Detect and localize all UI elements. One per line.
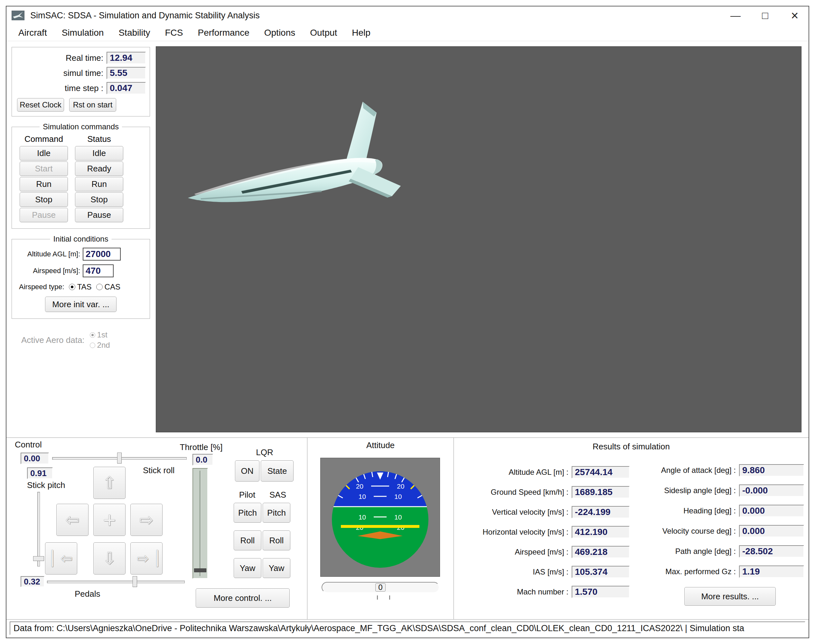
ias-value: 105.374 bbox=[572, 566, 630, 578]
heading-label: Heading [deg] : bbox=[633, 506, 739, 516]
menu-help[interactable]: Help bbox=[344, 28, 378, 38]
bottom-panel: Control 0.00 Stick roll 0.91 Stick pitch… bbox=[6, 437, 809, 619]
arrow-left-icon: ⇦ bbox=[65, 512, 80, 528]
rst-on-start-button[interactable]: Rst on start bbox=[69, 98, 116, 112]
status-stop-button[interactable]: Stop bbox=[75, 192, 123, 207]
more-results-button[interactable]: More results. ... bbox=[684, 587, 776, 606]
menu-stability[interactable]: Stability bbox=[111, 28, 157, 38]
altitude-result-value: 25744.14 bbox=[572, 466, 630, 478]
pedals-label: Pedals bbox=[75, 589, 100, 599]
view-3d[interactable] bbox=[156, 46, 801, 432]
altitude-agl-input[interactable]: 27000 bbox=[83, 248, 121, 261]
pilot-pitch-button[interactable]: Pitch bbox=[234, 503, 261, 523]
pedals-track[interactable] bbox=[47, 581, 185, 583]
throttle-track[interactable] bbox=[192, 468, 208, 579]
time-step-value: 0.047 bbox=[106, 82, 146, 94]
menu-simulation[interactable]: Simulation bbox=[54, 28, 111, 38]
command-idle-button[interactable]: Idle bbox=[20, 146, 68, 161]
stick-left-button[interactable]: ⇦ bbox=[56, 504, 89, 536]
svg-text:10: 10 bbox=[358, 514, 366, 521]
status-run-button[interactable]: Run bbox=[75, 177, 123, 192]
more-init-var-button[interactable]: More init var. ... bbox=[45, 297, 117, 312]
max-gz-value: 1.19 bbox=[739, 566, 804, 578]
sas-pitch-button[interactable]: Pitch bbox=[263, 503, 290, 523]
simul-time-label: simul time: bbox=[14, 68, 106, 78]
status-pause-button[interactable]: Pause bbox=[75, 208, 123, 222]
cross-icon: + bbox=[103, 509, 116, 531]
pedals-thumb[interactable] bbox=[132, 576, 137, 587]
stick-up-button[interactable]: ⇧ bbox=[93, 467, 126, 499]
real-time-label: Real time: bbox=[14, 53, 106, 63]
menu-performance[interactable]: Performance bbox=[190, 28, 257, 38]
status-ready-button[interactable]: Ready bbox=[75, 161, 123, 176]
stick-down-button[interactable]: ⇩ bbox=[93, 542, 126, 575]
simul-time-value: 5.55 bbox=[106, 67, 146, 79]
menu-fcs[interactable]: FCS bbox=[157, 28, 190, 38]
sas-roll-button[interactable]: Roll bbox=[263, 531, 290, 550]
ground-speed-label: Ground Speed [km/h] : bbox=[465, 488, 572, 497]
airspeed-result-value: 469.218 bbox=[572, 546, 630, 558]
menu-aircraft[interactable]: Aircraft bbox=[11, 28, 54, 38]
throttle-thumb[interactable] bbox=[194, 569, 206, 572]
sideslip-angle-label: Sideslip angle [deg] : bbox=[633, 486, 739, 495]
result-row: Max. performed Gz : 1.19 bbox=[633, 566, 804, 578]
aero-2nd-radio[interactable] bbox=[90, 343, 95, 348]
stick-pitch-track[interactable] bbox=[37, 492, 40, 566]
pilot-roll-button[interactable]: Roll bbox=[234, 531, 261, 550]
trim-right-button[interactable]: ⇨▕ bbox=[130, 542, 163, 575]
window-title: SimSAC: SDSA - Simulation and Dynamic St… bbox=[30, 11, 260, 21]
stick-roll-thumb[interactable] bbox=[117, 452, 121, 463]
attitude-slider[interactable]: 0 bbox=[321, 582, 439, 593]
command-start-button[interactable]: Start bbox=[20, 161, 68, 176]
attitude-slider-thumb[interactable]: 0 bbox=[375, 583, 386, 592]
results-title: Results of simulation bbox=[454, 442, 809, 452]
more-control-button[interactable]: More control. ... bbox=[196, 588, 290, 608]
stick-center-button[interactable]: + bbox=[93, 504, 126, 536]
command-stop-button[interactable]: Stop bbox=[20, 192, 68, 207]
menu-options[interactable]: Options bbox=[257, 28, 303, 38]
real-time-value: 12.94 bbox=[106, 52, 146, 64]
svg-text:20: 20 bbox=[356, 483, 363, 490]
app-icon bbox=[12, 11, 25, 20]
stick-roll-value: 0.00 bbox=[21, 452, 49, 464]
stick-pitch-thumb[interactable] bbox=[33, 556, 44, 561]
initial-conditions-title: Initial conditions bbox=[50, 235, 112, 244]
menu-output[interactable]: Output bbox=[303, 28, 344, 38]
clock-group: Real time: 12.94 simul time: 5.55 time s… bbox=[12, 47, 150, 117]
control-section: Control 0.00 Stick roll 0.91 Stick pitch… bbox=[6, 438, 308, 619]
horizontal-velocity-value: 412.190 bbox=[572, 526, 630, 538]
tas-radio[interactable] bbox=[69, 284, 75, 290]
stick-right-button[interactable]: ⇨ bbox=[130, 504, 163, 536]
lqr-on-button[interactable]: ON bbox=[235, 460, 260, 481]
vertical-velocity-label: Vertical velocity [m/s] : bbox=[465, 507, 572, 517]
airspeed-input[interactable]: 470 bbox=[83, 264, 114, 277]
command-run-button[interactable]: Run bbox=[20, 177, 68, 192]
max-gz-label: Max. performed Gz : bbox=[633, 567, 739, 577]
menubar: Aircraft Simulation Stability FCS Perfor… bbox=[6, 25, 809, 41]
pilot-yaw-button[interactable]: Yaw bbox=[234, 558, 261, 578]
result-row: IAS [m/s] : 105.374 bbox=[465, 566, 630, 578]
svg-text:20: 20 bbox=[397, 483, 404, 490]
status-idle-button[interactable]: Idle bbox=[75, 146, 123, 161]
aero-1st-radio[interactable] bbox=[90, 332, 95, 338]
results-section: Results of simulation Altitude AGL [m] :… bbox=[454, 438, 809, 619]
cas-radio[interactable] bbox=[96, 284, 103, 290]
maximize-button[interactable]: □ bbox=[756, 8, 775, 23]
sas-yaw-button[interactable]: Yaw bbox=[263, 558, 290, 578]
command-pause-button[interactable]: Pause bbox=[20, 208, 68, 222]
sideslip-angle-value: -0.000 bbox=[739, 485, 804, 497]
close-button[interactable]: × bbox=[786, 8, 804, 23]
status-header: Status bbox=[75, 134, 123, 144]
reset-clock-button[interactable]: Reset Clock bbox=[17, 98, 64, 112]
svg-text:10: 10 bbox=[358, 493, 366, 500]
trim-left-button[interactable]: ▏⇦ bbox=[45, 542, 77, 575]
result-row: Path angle [deg] : -28.502 bbox=[633, 545, 804, 558]
main-area: Real time: 12.94 simul time: 5.55 time s… bbox=[6, 41, 809, 437]
real-time-row: Real time: 12.94 bbox=[14, 52, 146, 64]
lqr-state-button[interactable]: State bbox=[261, 460, 294, 481]
velocity-course-label: Velocity course deg] : bbox=[633, 526, 739, 536]
altitude-agl-label: Altitude AGL [m]: bbox=[16, 250, 83, 258]
throttle-label: Throttle [%] bbox=[169, 442, 233, 452]
minimize-button[interactable]: — bbox=[726, 8, 745, 23]
simul-time-row: simul time: 5.55 bbox=[14, 67, 146, 79]
